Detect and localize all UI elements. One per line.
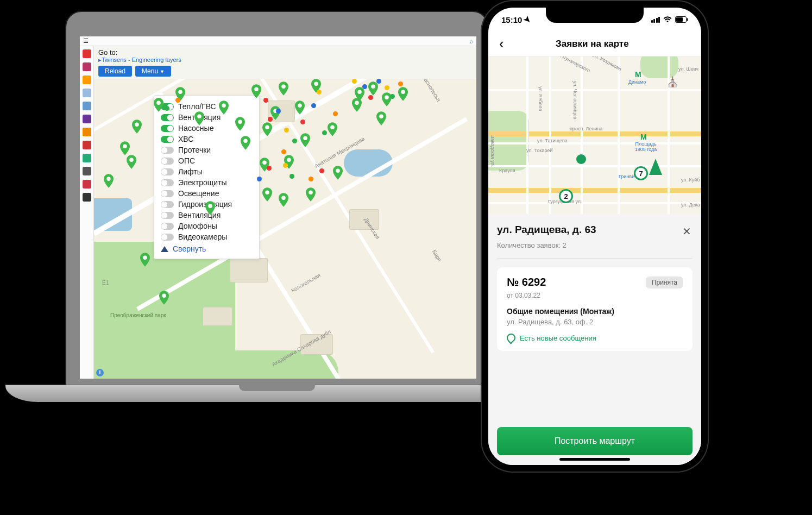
map-pin[interactable] xyxy=(159,291,169,305)
map-dot[interactable] xyxy=(267,166,272,171)
map-dot[interactable] xyxy=(317,90,322,95)
map-pin[interactable] xyxy=(127,155,136,169)
map-pin[interactable] xyxy=(368,81,378,96)
layer-row[interactable]: Протечки xyxy=(161,145,253,155)
menu-button[interactable]: Menu▼ xyxy=(135,66,171,77)
map-pin[interactable] xyxy=(205,201,215,215)
map-pin[interactable] xyxy=(194,111,204,125)
layer-toggle[interactable] xyxy=(161,234,174,241)
sidebar-icon-1[interactable] xyxy=(83,62,91,71)
map-dot[interactable] xyxy=(311,103,316,108)
map-dot[interactable] xyxy=(390,94,395,99)
layer-toggle[interactable] xyxy=(161,136,174,143)
info-icon[interactable]: i xyxy=(96,369,104,376)
sidebar-icon-5[interactable] xyxy=(83,115,91,123)
map-dot[interactable] xyxy=(362,84,367,89)
sidebar-icon-7[interactable] xyxy=(83,141,91,149)
map-cluster[interactable]: 2 xyxy=(559,189,573,203)
layer-toggle[interactable] xyxy=(161,168,174,175)
layer-toggle[interactable] xyxy=(161,201,174,208)
layer-row[interactable]: Электрощиты xyxy=(161,177,253,188)
sidebar-icon-3[interactable] xyxy=(83,89,91,97)
layer-row[interactable]: Видеокамеры xyxy=(161,231,253,242)
layer-row[interactable]: Тепло/ГВС xyxy=(161,101,253,112)
map-pin[interactable] xyxy=(398,87,408,101)
layer-toggle[interactable] xyxy=(161,147,174,154)
layer-toggle[interactable] xyxy=(161,125,174,132)
sidebar-icon-2[interactable] xyxy=(83,76,91,84)
layer-toggle[interactable] xyxy=(161,179,174,186)
map-pin[interactable] xyxy=(306,187,316,202)
map-pin[interactable] xyxy=(241,136,250,150)
map-pin[interactable] xyxy=(300,133,310,147)
map-pin[interactable] xyxy=(279,81,288,96)
map-pin[interactable] xyxy=(140,253,150,267)
map-dot[interactable] xyxy=(257,177,262,181)
hamburger-icon[interactable]: ☰ xyxy=(83,37,92,45)
sidebar-icon-9[interactable] xyxy=(83,167,91,175)
search-icon[interactable]: ⌕ xyxy=(469,37,473,45)
map-pin[interactable] xyxy=(328,122,337,136)
layer-row[interactable]: Освещение xyxy=(161,188,253,199)
map-pin[interactable] xyxy=(235,117,245,131)
home-indicator[interactable] xyxy=(559,458,630,461)
map-dot[interactable] xyxy=(300,120,305,124)
layer-row[interactable]: Домофоны xyxy=(161,221,253,231)
map-dot[interactable] xyxy=(352,79,357,84)
map-pin[interactable] xyxy=(262,122,272,136)
build-route-button[interactable]: Построить маршрут xyxy=(497,427,693,455)
close-icon[interactable]: ✕ xyxy=(681,224,693,239)
layer-row[interactable]: ОПС xyxy=(161,155,253,166)
sidebar-icon-11[interactable] xyxy=(83,193,91,202)
map-dot[interactable] xyxy=(268,117,273,122)
new-messages-row[interactable]: Есть новые сообщения xyxy=(507,334,683,342)
map-pin[interactable] xyxy=(295,101,305,115)
map-pin[interactable] xyxy=(104,174,114,188)
map-dot[interactable] xyxy=(284,128,289,133)
sidebar-icon-0[interactable] xyxy=(83,49,91,58)
back-icon[interactable]: ‹ xyxy=(496,35,507,52)
map-dot[interactable] xyxy=(165,106,169,111)
map-dot[interactable] xyxy=(385,85,389,90)
map-dot[interactable] xyxy=(368,95,373,100)
layer-toggle[interactable] xyxy=(161,223,174,230)
map-dot[interactable] xyxy=(289,174,294,179)
request-card[interactable]: № 6292 Принята от 03.03.22 Общие помещен… xyxy=(497,267,693,351)
map-pin[interactable] xyxy=(251,84,261,98)
map-dot[interactable] xyxy=(309,177,313,181)
map-dot[interactable] xyxy=(333,111,338,116)
map-pin[interactable] xyxy=(262,187,272,202)
phone-map[interactable]: ул. Луначарского ул. Хохрякова ул. Шевч … xyxy=(488,56,701,214)
layer-toggle[interactable] xyxy=(161,190,174,197)
map-dot[interactable] xyxy=(292,139,297,143)
sidebar-icon-6[interactable] xyxy=(83,128,91,136)
map-dot[interactable] xyxy=(322,130,327,135)
map-dot[interactable] xyxy=(276,109,281,114)
layer-row[interactable]: Лифты xyxy=(161,166,253,177)
layer-row[interactable]: ХВС xyxy=(161,134,253,145)
layer-toggle[interactable] xyxy=(161,212,174,219)
map-pin[interactable] xyxy=(219,101,229,115)
map-dot[interactable] xyxy=(175,98,180,103)
collapse-row[interactable]: Свернуть xyxy=(161,242,253,253)
map-pin[interactable] xyxy=(355,87,364,101)
map-dot[interactable] xyxy=(376,79,381,84)
map-dot[interactable] xyxy=(281,149,286,154)
breadcrumb[interactable]: ▸Twinsens - Engineering layers xyxy=(94,56,476,64)
map-pin[interactable] xyxy=(333,166,343,180)
map-dot[interactable] xyxy=(319,168,324,173)
map-pin[interactable] xyxy=(120,141,130,155)
map-pin[interactable] xyxy=(154,98,163,112)
sidebar-icon-8[interactable] xyxy=(83,154,91,162)
map-dot[interactable] xyxy=(283,163,288,168)
map-pin[interactable] xyxy=(279,193,288,207)
desktop-map[interactable]: Преображенский парк xyxy=(94,79,476,379)
layer-toggle[interactable] xyxy=(161,158,174,165)
map-pin[interactable] xyxy=(376,111,386,125)
map-pin[interactable] xyxy=(132,120,142,134)
sidebar-icon-4[interactable] xyxy=(83,102,91,110)
map-dot[interactable] xyxy=(398,81,403,86)
reload-button[interactable]: Reload xyxy=(98,66,132,77)
sidebar-icon-10[interactable] xyxy=(83,180,91,189)
map-cluster[interactable]: 7 xyxy=(634,166,648,180)
